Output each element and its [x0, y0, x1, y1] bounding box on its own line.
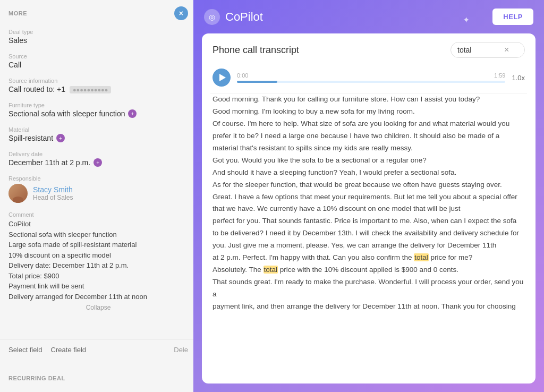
- source-info-value: Call routed to: +1 ●●●●●●●●●●: [8, 85, 188, 93]
- copilot-header: ◎ CoPilot ✦ HELP: [193, 0, 544, 33]
- source-label: Source: [8, 53, 188, 59]
- comment-line-5: Delivery date: December 11th at 2 p.m.: [8, 260, 188, 271]
- delivery-add-icon[interactable]: +: [94, 158, 102, 167]
- delivery-date-field: Delivery date December 11th at 2 p.m. +: [0, 147, 197, 171]
- highlight-total-2: total: [264, 266, 278, 274]
- source-info-field: Source information Call routed to: +1 ●●…: [0, 73, 197, 98]
- transcript-container: Phone call transcript × 0:00 1:59 1.0x G…: [202, 33, 536, 384]
- collapse-button[interactable]: Collapse: [8, 302, 188, 313]
- comment-line-1: CoPilot: [8, 219, 188, 229]
- furniture-type-value: Sectional sofa with sleeper function +: [8, 109, 188, 118]
- transcript-title: Phone call transcript: [212, 45, 299, 56]
- copilot-title: ◎ CoPilot: [204, 9, 263, 25]
- furniture-type-label: Furniture type: [8, 102, 188, 108]
- select-field-link[interactable]: Select field: [8, 346, 42, 354]
- comment-line-7: Payment link will be sent: [8, 281, 188, 292]
- time-total: 1:59: [494, 72, 505, 79]
- transcript-body: Good morning. Thank you for calling our …: [202, 93, 536, 384]
- deal-type-label: Deal type: [8, 29, 188, 35]
- recurring-deal-label: RECURRING DEAL: [8, 375, 65, 381]
- more-header: MORE ×: [0, 0, 197, 24]
- copilot-panel: ◎ CoPilot ✦ HELP Phone call transcript ×…: [193, 0, 544, 392]
- responsible-person: Stacy Smith Head of Sales: [8, 184, 188, 203]
- more-label: MORE: [8, 10, 27, 16]
- sparkle-icon: ✦: [463, 15, 470, 25]
- avatar-image: [8, 184, 28, 203]
- comment-label: Comment: [8, 211, 188, 218]
- person-name[interactable]: Stacy Smith: [33, 185, 73, 194]
- avatar: [8, 184, 28, 203]
- material-value: Spill-resistant +: [8, 134, 188, 142]
- furniture-add-icon[interactable]: +: [128, 109, 137, 118]
- source-value: Call: [8, 61, 188, 69]
- search-box: ×: [450, 42, 525, 58]
- speed-label[interactable]: 1.0x: [512, 74, 525, 82]
- material-add-icon[interactable]: +: [56, 134, 65, 142]
- furniture-type-field: Furniture type Sectional sofa with sleep…: [0, 98, 197, 122]
- material-field: Material Spill-resistant +: [0, 122, 197, 147]
- delivery-date-value: December 11th at 2 p.m. +: [8, 158, 188, 167]
- search-input[interactable]: [457, 46, 500, 54]
- delivery-date-label: Delivery date: [8, 151, 188, 157]
- comment-line-3: Large sofa made of spill-resistant mater…: [8, 240, 188, 250]
- comment-line-6: Total price: $900: [8, 271, 188, 282]
- person-info: Stacy Smith Head of Sales: [33, 185, 73, 201]
- create-field-link[interactable]: Create field: [51, 346, 86, 354]
- audio-timeline: 0:00 1:59: [237, 72, 505, 79]
- play-button[interactable]: [212, 69, 231, 87]
- search-clear-icon[interactable]: ×: [504, 46, 509, 54]
- comment-line-2: Sectional sofa with sleeper function: [8, 229, 188, 240]
- comment-text: CoPilot Sectional sofa with sleeper func…: [8, 219, 188, 302]
- audio-player: 0:00 1:59 1.0x: [202, 64, 536, 93]
- close-button[interactable]: ×: [174, 6, 188, 20]
- audio-progress-fill: [237, 81, 277, 83]
- transcript-header: Phone call transcript ×: [202, 33, 536, 64]
- deal-type-field: Deal type Sales: [0, 24, 197, 49]
- comment-line-8: Delivery arranged for December 11th at n…: [8, 292, 188, 302]
- responsible-label: Responsible: [8, 175, 188, 182]
- time-current: 0:00: [237, 72, 248, 79]
- person-title: Head of Sales: [33, 194, 73, 201]
- bottom-actions: Select field Create field Dele: [0, 339, 197, 360]
- comment-section: Comment CoPilot Sectional sofa with slee…: [0, 207, 197, 318]
- comment-line-4: 10% discount on a specific model: [8, 250, 188, 261]
- source-info-label: Source information: [8, 78, 188, 84]
- material-label: Material: [8, 126, 188, 133]
- help-button[interactable]: HELP: [492, 8, 533, 25]
- audio-bar[interactable]: [237, 81, 505, 83]
- highlight-total-1: total: [414, 253, 429, 261]
- deal-type-value: Sales: [8, 36, 188, 45]
- copilot-logo-icon: ◎: [204, 9, 220, 25]
- source-field: Source Call: [0, 49, 197, 73]
- transcript-text-1: Good morning. Thank you for calling our …: [212, 93, 525, 313]
- delete-link[interactable]: Dele: [174, 346, 188, 354]
- audio-progress-container: 0:00 1:59: [237, 72, 505, 83]
- responsible-section: Responsible Stacy Smith Head of Sales: [0, 171, 197, 207]
- left-panel: MORE × Deal type Sales Source Call Sourc…: [0, 0, 197, 392]
